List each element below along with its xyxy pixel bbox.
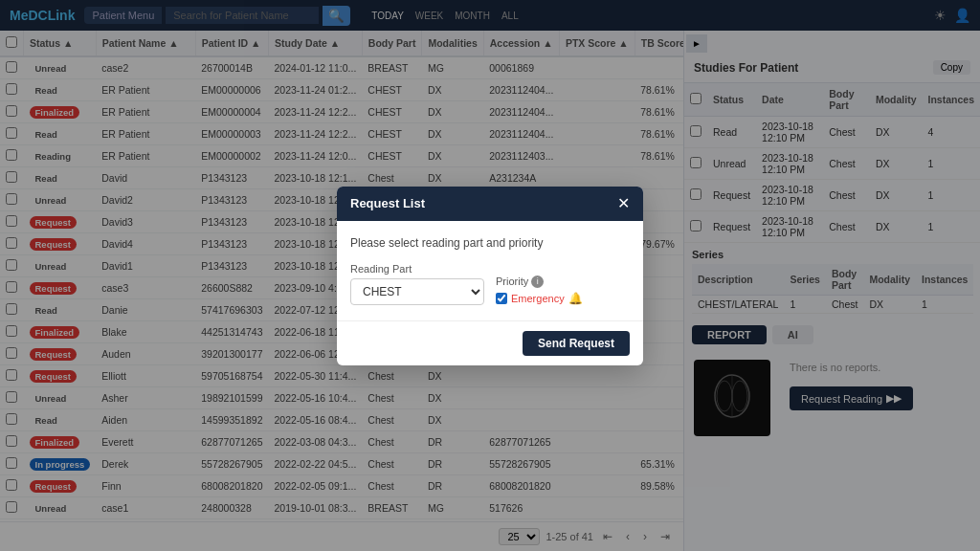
modal-overlay[interactable]: Request List ✕ Please select reading par…	[0, 0, 980, 551]
emergency-label: Emergency	[511, 293, 565, 304]
send-request-btn[interactable]: Send Request	[523, 331, 630, 356]
form-row: Reading Part CHEST BREAST OTHER Priority…	[350, 263, 630, 305]
modal-close-btn[interactable]: ✕	[617, 196, 630, 211]
modal-header: Request List ✕	[337, 187, 643, 221]
reading-part-select[interactable]: CHEST BREAST OTHER	[350, 278, 484, 305]
priority-label: Priority	[496, 276, 528, 287]
reading-part-label: Reading Part	[350, 263, 484, 275]
emergency-check-row: Emergency 🔔	[496, 292, 630, 305]
priority-info-icon: i	[531, 276, 544, 288]
modal-subtitle: Please select reading part and priority	[350, 236, 630, 250]
reading-part-group: Reading Part CHEST BREAST OTHER	[350, 263, 484, 305]
modal-body: Please select reading part and priority …	[337, 221, 643, 320]
priority-group: Priority i Emergency 🔔	[496, 276, 630, 305]
priority-label-row: Priority i	[496, 276, 630, 288]
modal-title: Request List	[350, 196, 425, 210]
request-list-modal: Request List ✕ Please select reading par…	[337, 187, 643, 365]
emergency-checkbox[interactable]	[496, 293, 507, 304]
modal-footer: Send Request	[337, 320, 643, 365]
bell-icon: 🔔	[568, 292, 583, 305]
